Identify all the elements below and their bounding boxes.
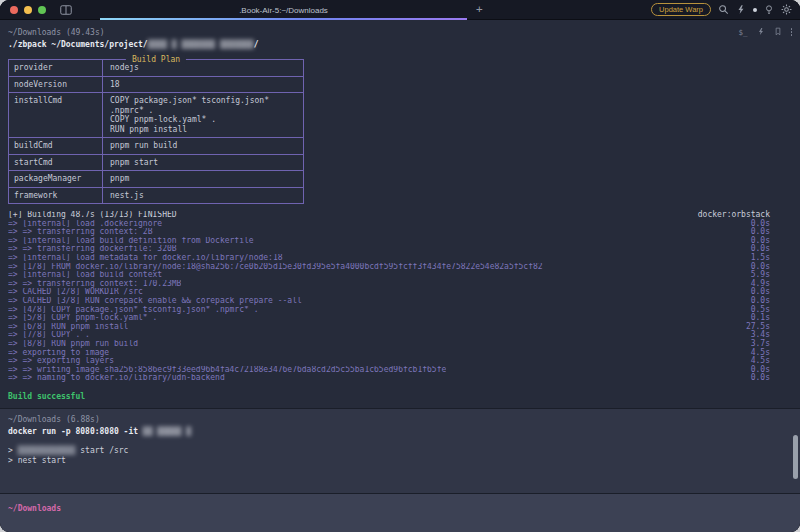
docker-build-log: [+] Building 48.7s (13/13) FINISHED dock… — [8, 211, 792, 383]
terminal-body: ~/Downloads (49.43s) $_ ./zbpack ~/Docum… — [0, 20, 800, 532]
block-path: ~/Downloads — [8, 28, 61, 37]
tab-title: .Book-Air-5:~/Downloads — [239, 6, 328, 15]
build-plan-row: packageManager pnpm — [9, 170, 303, 187]
docker-log-line: => => naming to docker.io/library/udn-ba… — [8, 374, 792, 383]
build-plan-row: buildCmd pnpm run build — [9, 137, 303, 154]
docker-log-text: => [internal] load .dockerignore — [8, 220, 162, 229]
build-plan-value: COPY package.json* tsconfig.json* .npmrc… — [102, 93, 303, 137]
docker-log-text: => [8/8] RUN pnpm run build — [8, 340, 138, 349]
docker-log-text: => => transferring context: 2B — [8, 228, 153, 237]
docker-log-line: => [internal] load build context 5.9s — [8, 271, 792, 280]
docker-log-text: => => transferring dockerfile: 320B — [8, 245, 177, 254]
docker-log-line: => => transferring dockerfile: 320B 0.0s — [8, 245, 792, 254]
traffic-lights — [10, 6, 46, 14]
docker-log-text: => [internal] load build context — [8, 271, 162, 280]
build-plan-key: buildCmd — [9, 138, 102, 154]
bookmark-icon[interactable] — [774, 27, 782, 38]
warp-terminal-window: .Book-Air-5:~/Downloads + Update Warp — [0, 0, 800, 532]
command-line: docker run -p 8080:8080 -it ██ █████ █ — [8, 427, 792, 438]
build-plan-row: startCmd pnpm start — [9, 154, 303, 171]
docker-log-text: => => transferring context: 170.23MB — [8, 280, 181, 289]
docker-log-line: => => exporting layers 4.5s — [8, 357, 792, 366]
nest-log-output: [Nest] 37 - 11/02/2023, 11:17:27 AMLOG[N… — [8, 473, 792, 493]
minimize-button[interactable] — [24, 6, 32, 14]
docker-log-text: => CACHED [3/8] RUN corepack enable && c… — [8, 297, 302, 306]
update-warp-button[interactable]: Update Warp — [651, 3, 711, 16]
docker-log-text: => [5/8] COPY pnpm-lock.yaml* . — [8, 314, 157, 323]
build-plan-table: Build Plan provider nodejs nodeVersion 1… — [8, 59, 304, 204]
build-plan-value: pnpm start — [102, 155, 303, 171]
build-plan-row: nodeVersion 18 — [9, 76, 303, 93]
block-menu-icon[interactable] — [791, 28, 793, 36]
docker-log-text: => [1/8] FROM docker.io/library/node:18@… — [8, 263, 543, 272]
block-actions: $_ — [738, 27, 792, 38]
titlebar: .Book-Air-5:~/Downloads + Update Warp — [0, 0, 800, 20]
docker-log-line: => [internal] load .dockerignore 0.0s — [8, 220, 792, 229]
docker-log-text: => [internal] load build definition from… — [8, 237, 254, 246]
scrollbar-thumb[interactable] — [793, 435, 798, 479]
docker-build-steps: => [internal] load .dockerignore 0.0s =>… — [8, 220, 792, 383]
docker-log-line: => [internal] load build definition from… — [8, 237, 792, 246]
block-duration: (6.88s) — [66, 415, 100, 424]
search-icon[interactable] — [718, 4, 729, 15]
block-duration: (49.43s) — [66, 28, 105, 37]
docker-log-text: => => exporting layers — [8, 357, 114, 366]
docker-log-text: => => writing image sha256:8586ec9f33eed… — [8, 366, 446, 375]
docker-log-line: => => transferring context: 2B 0.0s — [8, 228, 792, 237]
tab-downloads[interactable]: .Book-Air-5:~/Downloads — [100, 0, 467, 20]
block-path: ~/Downloads — [8, 415, 61, 424]
nest-start-line: > nest start — [8, 456, 792, 466]
build-plan-key: packageManager — [9, 171, 102, 187]
docker-build-header: [+] Building 48.7s (13/13) FINISHED dock… — [8, 211, 792, 220]
docker-log-line: => [8/8] RUN pnpm run build 3.7s — [8, 340, 792, 349]
titlebar-actions: Update Warp — [651, 3, 792, 16]
build-plan-row: framework nest.js — [9, 187, 303, 204]
build-plan-value: pnpm run build — [102, 138, 303, 154]
build-plan-value: nest.js — [102, 188, 303, 204]
docker-log-text: => [internal] load metadata for docker.i… — [8, 254, 283, 263]
docker-log-line: => [7/8] COPY . . 3.4s — [8, 331, 792, 340]
redacted-project-name: ████ █ ███████ ███████ — [148, 40, 254, 49]
input-block[interactable]: ~/Downloads — [0, 493, 800, 532]
build-plan-key: provider — [9, 60, 102, 76]
command-line: ./zbpack ~/Documents/project/████ █ ████… — [8, 40, 792, 51]
nest-log-line: [Nest] 37 - 11/02/2023, 11:17:27 AMLOG[N… — [8, 473, 792, 482]
build-plan-title: Build Plan — [126, 55, 186, 64]
npm-script-line: > ████████████ start /src — [8, 446, 792, 456]
build-result: Build successful — [8, 392, 792, 402]
block-ai-icon[interactable] — [757, 27, 765, 38]
settings-gear-icon[interactable] — [781, 4, 792, 15]
layout-panes-icon[interactable] — [60, 5, 72, 15]
notification-dot — [753, 8, 757, 12]
zoom-button[interactable] — [38, 6, 46, 14]
docker-log-text: => [6/8] RUN pnpm install — [8, 323, 128, 332]
build-plan-key: startCmd — [9, 155, 102, 171]
new-tab-button[interactable]: + — [476, 3, 483, 16]
docker-log-line: => CACHED [3/8] RUN corepack enable && c… — [8, 297, 792, 306]
build-plan-key: framework — [9, 188, 102, 204]
docker-log-text: => CACHED [2/8] WORKDIR /src — [8, 288, 143, 297]
docker-log-line: => CACHED [2/8] WORKDIR /src 0.0s — [8, 288, 792, 297]
lightbulb-icon[interactable] — [764, 4, 774, 15]
docker-log-line: => [6/8] RUN pnpm install 27.5s — [8, 323, 792, 332]
docker-log-text: => [7/8] COPY . . — [8, 331, 90, 340]
build-plan-row: installCmd COPY package.json* tsconfig.j… — [9, 92, 303, 137]
ai-lightning-icon[interactable] — [736, 4, 746, 15]
prompt-path: ~/Downloads — [8, 504, 792, 513]
docker-log-line: => => transferring context: 170.23MB 4.9… — [8, 280, 792, 289]
command-block-zbpack[interactable]: ~/Downloads (49.43s) $_ ./zbpack ~/Docum… — [0, 20, 800, 408]
build-plan-value: 18 — [102, 77, 303, 93]
command-block-docker-run[interactable]: ~/Downloads (6.88s) docker run -p 8080:8… — [0, 408, 800, 493]
docker-log-line: => exporting to image 4.5s — [8, 349, 792, 358]
docker-log-time: 0.0s — [751, 374, 770, 383]
close-button[interactable] — [10, 6, 18, 14]
docker-log-line: => [4/8] COPY package.json* tsconfig.jso… — [8, 306, 792, 315]
docker-log-text: => exporting to image — [8, 349, 109, 358]
build-plan-key: nodeVersion — [9, 77, 102, 93]
nest-log-line: [Nest] 37 - 11/02/2023, 11:17:27 AMLOG[I… — [8, 482, 792, 491]
docker-log-text: => => naming to docker.io/library/udn-ba… — [8, 374, 225, 383]
docker-log-line: => [5/8] COPY pnpm-lock.yaml* . 0.1s — [8, 314, 792, 323]
build-plan-value: pnpm — [102, 171, 303, 187]
prompt-icon[interactable]: $_ — [738, 28, 747, 37]
docker-log-text: => [4/8] COPY package.json* tsconfig.jso… — [8, 306, 258, 315]
